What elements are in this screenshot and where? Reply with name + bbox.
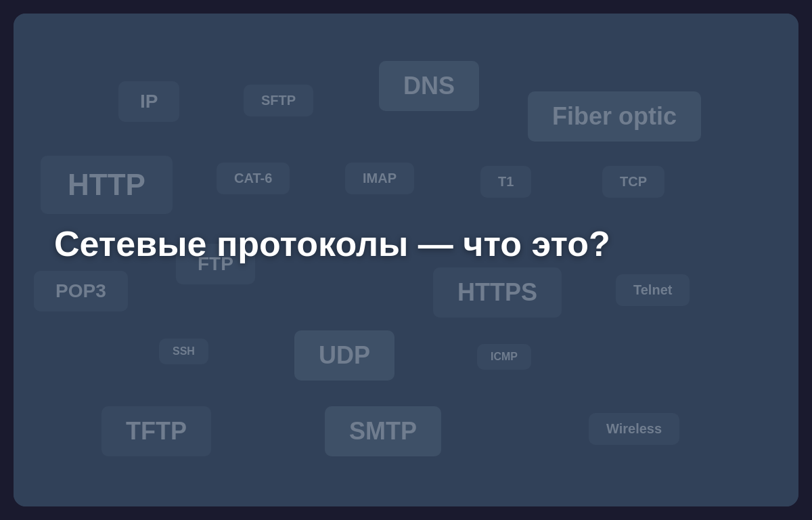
main-card: IPSFTPDNSFiber opticHTTPCAT-6IMAPT1TCPFT… <box>14 14 798 506</box>
tag-pop3: POP3 <box>34 271 128 311</box>
tag-udp: UDP <box>294 330 394 381</box>
tag-tcp: TCP <box>602 166 664 198</box>
tag-icmp: ICMP <box>477 344 531 370</box>
tag-smtp: SMTP <box>325 406 441 456</box>
tag-imap: IMAP <box>345 162 414 194</box>
tag-dns: DNS <box>379 61 479 111</box>
tag-t1: T1 <box>480 166 531 198</box>
main-title: Сетевые протоколы — что это? <box>54 223 610 264</box>
tag-tftp: TFTP <box>102 406 211 456</box>
tag-wireless: Wireless <box>589 413 679 445</box>
tag-https: HTTPS <box>433 267 562 318</box>
tag-http: HTTP <box>41 156 173 214</box>
tag-fiber-optic: Fiber optic <box>528 91 701 142</box>
tag-ssh: SSH <box>159 339 208 364</box>
tag-cat6: CAT-6 <box>217 162 290 194</box>
tag-sftp: SFTP <box>244 85 313 116</box>
tag-telnet: Telnet <box>616 274 690 306</box>
tag-ip: IP <box>118 81 179 122</box>
